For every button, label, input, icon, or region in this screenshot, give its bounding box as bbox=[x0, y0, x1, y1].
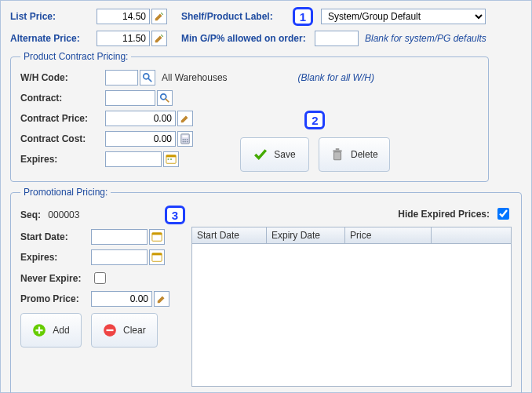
min-gp-hint: Blank for system/PG defaults bbox=[365, 33, 486, 44]
svg-rect-14 bbox=[168, 158, 169, 160]
wh-code-caption: All Warehouses bbox=[162, 72, 228, 83]
promotional-pricing-legend: Promotional Pricing: bbox=[20, 187, 111, 198]
list-price-edit-button[interactable] bbox=[151, 9, 167, 24]
svg-rect-17 bbox=[333, 150, 341, 151]
svg-point-6 bbox=[183, 139, 184, 140]
promo-grid-body[interactable] bbox=[191, 244, 512, 387]
promo-grid-header: Start Date Expiry Date Price bbox=[191, 227, 512, 244]
pencil-icon bbox=[154, 33, 165, 44]
promo-price-label: Promo Price: bbox=[20, 293, 91, 304]
callout-2: 2 bbox=[304, 111, 325, 129]
alternate-price-label: Alternate Price: bbox=[10, 33, 97, 44]
promo-price-edit-button[interactable] bbox=[154, 291, 169, 307]
wh-hint: (Blank for all W/H) bbox=[298, 72, 374, 83]
svg-rect-5 bbox=[183, 136, 188, 138]
wh-code-lookup-button[interactable] bbox=[140, 70, 155, 86]
shelf-product-label-label: Shelf/Product Label: bbox=[181, 11, 290, 22]
col-price[interactable]: Price bbox=[345, 227, 432, 243]
delete-button[interactable]: Delete bbox=[319, 137, 390, 172]
shelf-product-label-select[interactable]: System/Group Default bbox=[321, 9, 486, 24]
col-blank bbox=[432, 227, 511, 243]
wh-code-input[interactable] bbox=[105, 70, 138, 86]
promo-expires-label: Expires: bbox=[20, 252, 91, 263]
save-button[interactable]: Save bbox=[240, 137, 309, 172]
contract-price-edit-button[interactable] bbox=[177, 111, 193, 126]
check-icon bbox=[253, 147, 268, 162]
min-gp-input[interactable] bbox=[315, 31, 359, 46]
trash-icon bbox=[330, 147, 344, 162]
contract-price-label: Contract Price: bbox=[20, 113, 105, 124]
calendar-icon bbox=[166, 154, 177, 165]
svg-point-9 bbox=[183, 141, 184, 143]
svg-point-7 bbox=[184, 139, 186, 140]
contract-expires-date-button[interactable] bbox=[163, 151, 179, 167]
svg-line-3 bbox=[166, 99, 169, 102]
contract-cost-label: Contract Cost: bbox=[20, 133, 105, 144]
pencil-icon bbox=[154, 11, 165, 22]
minus-icon bbox=[103, 323, 117, 337]
svg-point-0 bbox=[144, 74, 149, 79]
promo-start-date-label: Start Date: bbox=[20, 231, 91, 242]
pencil-icon bbox=[156, 293, 167, 304]
plus-icon bbox=[32, 323, 46, 337]
svg-rect-16 bbox=[334, 152, 341, 160]
svg-rect-15 bbox=[170, 158, 172, 160]
col-expiry-date[interactable]: Expiry Date bbox=[267, 227, 345, 243]
contract-pricing-legend: Product Contract Pricing: bbox=[20, 51, 131, 62]
callout-3: 3 bbox=[165, 206, 185, 224]
contract-cost-calc-button[interactable] bbox=[177, 131, 193, 147]
svg-rect-18 bbox=[336, 148, 340, 150]
calendar-icon bbox=[151, 252, 162, 263]
seq-label: Seq: bbox=[20, 209, 41, 220]
contract-label: Contract: bbox=[20, 93, 105, 104]
row-alternate-price: Alternate Price: Min G/P% allowed on ord… bbox=[10, 31, 522, 46]
svg-point-11 bbox=[187, 141, 188, 143]
wh-code-label: W/H Code: bbox=[20, 72, 105, 83]
contract-price-input[interactable] bbox=[105, 111, 176, 126]
svg-point-8 bbox=[187, 139, 188, 140]
never-expire-checkbox[interactable] bbox=[94, 272, 106, 284]
svg-rect-20 bbox=[152, 233, 162, 235]
never-expire-label: Never Expire: bbox=[20, 273, 91, 284]
promo-expires-date-button[interactable] bbox=[149, 249, 165, 265]
add-button[interactable]: Add bbox=[20, 313, 82, 348]
svg-line-1 bbox=[148, 78, 151, 82]
min-gp-label: Min G/P% allowed on order: bbox=[181, 33, 315, 44]
alternate-price-input[interactable] bbox=[97, 31, 150, 46]
contract-input[interactable] bbox=[105, 90, 155, 106]
hide-expired-label: Hide Expired Prices: bbox=[398, 209, 490, 220]
contract-cost-input[interactable] bbox=[105, 131, 176, 147]
pricing-panel: List Price: Shelf/Product Label: 1 Syste… bbox=[0, 0, 532, 393]
svg-point-10 bbox=[184, 141, 186, 143]
svg-rect-22 bbox=[152, 253, 162, 256]
col-start-date[interactable]: Start Date bbox=[192, 227, 267, 243]
magnifier-icon bbox=[142, 72, 153, 83]
svg-point-2 bbox=[161, 94, 166, 100]
promo-expires-input[interactable] bbox=[91, 249, 148, 265]
callout-1: 1 bbox=[293, 7, 313, 26]
pencil-icon bbox=[180, 113, 191, 124]
seq-value: 000003 bbox=[48, 209, 79, 220]
calculator-icon bbox=[180, 133, 191, 144]
alternate-price-edit-button[interactable] bbox=[151, 31, 167, 46]
contract-pricing-fieldset: Product Contract Pricing: W/H Code: All … bbox=[10, 51, 489, 182]
svg-rect-13 bbox=[166, 155, 176, 158]
magnifier-icon bbox=[159, 93, 170, 104]
contract-lookup-button[interactable] bbox=[157, 90, 173, 106]
contract-expires-label: Expires: bbox=[20, 154, 105, 165]
contract-expires-input[interactable] bbox=[105, 151, 162, 167]
row-list-price: List Price: Shelf/Product Label: 1 Syste… bbox=[10, 7, 522, 26]
promo-start-date-input[interactable] bbox=[91, 229, 148, 245]
hide-expired-checkbox[interactable] bbox=[497, 208, 509, 220]
list-price-label: List Price: bbox=[10, 11, 97, 22]
clear-button[interactable]: Clear bbox=[91, 313, 158, 348]
calendar-icon bbox=[151, 231, 162, 242]
promo-price-input[interactable] bbox=[91, 291, 152, 307]
promo-start-date-button[interactable] bbox=[149, 229, 165, 245]
list-price-input[interactable] bbox=[97, 9, 150, 24]
promotional-pricing-fieldset: Promotional Pricing: Seq: 000003 3 Start… bbox=[10, 187, 522, 393]
